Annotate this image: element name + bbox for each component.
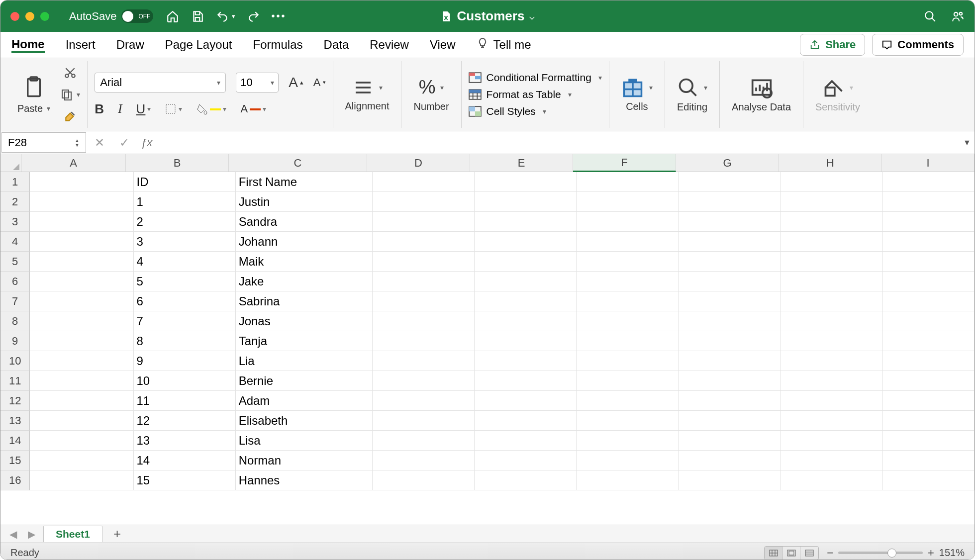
cell-I9[interactable] — [883, 331, 975, 351]
analyse-data-button[interactable]: Analyse Data — [727, 75, 796, 114]
cell-G13[interactable] — [679, 411, 780, 431]
column-header-H[interactable]: H — [779, 154, 882, 172]
cell-E8[interactable] — [475, 311, 577, 331]
row-header[interactable]: 6 — [0, 272, 30, 291]
underline-button[interactable]: U▾ — [136, 101, 151, 117]
cell-D8[interactable] — [373, 311, 475, 331]
cell-I5[interactable] — [883, 252, 975, 272]
cells-button[interactable]: ▾ Cells — [616, 75, 658, 114]
cell-G12[interactable] — [679, 391, 780, 411]
cell-C9[interactable]: Tanja — [236, 331, 373, 351]
cell-B14[interactable]: 13 — [134, 431, 236, 451]
row-header[interactable]: 2 — [0, 192, 30, 212]
chevron-down-icon[interactable]: ⌵ — [529, 11, 535, 22]
cell-E7[interactable] — [475, 291, 577, 311]
cell-E13[interactable] — [475, 411, 577, 431]
tab-home[interactable]: Home — [11, 36, 45, 53]
expand-formula-bar-icon[interactable]: ▼ — [960, 131, 975, 154]
cell-F15[interactable] — [577, 451, 679, 470]
alignment-button[interactable]: ▾ Alignment — [340, 76, 394, 114]
cell-D7[interactable] — [373, 291, 475, 311]
cell-I2[interactable] — [883, 192, 975, 212]
cut-icon[interactable] — [60, 64, 80, 81]
row-header[interactable]: 13 — [0, 411, 30, 431]
decrease-font-icon[interactable]: A▾ — [313, 76, 326, 89]
cell-A10[interactable] — [30, 351, 133, 371]
row-header[interactable]: 3 — [0, 212, 30, 232]
cell-B6[interactable]: 5 — [134, 272, 236, 291]
cell-B12[interactable]: 11 — [134, 391, 236, 411]
cell-D5[interactable] — [373, 252, 475, 272]
cell-F4[interactable] — [577, 232, 679, 252]
cell-B3[interactable]: 2 — [134, 212, 236, 232]
column-header-B[interactable]: B — [126, 154, 229, 172]
cell-G7[interactable] — [679, 291, 780, 311]
cell-F2[interactable] — [577, 192, 679, 212]
increase-font-icon[interactable]: A▴ — [289, 75, 303, 91]
cell-D9[interactable] — [373, 331, 475, 351]
cell-G5[interactable] — [679, 252, 780, 272]
cell-B10[interactable]: 9 — [134, 351, 236, 371]
cell-F6[interactable] — [577, 272, 679, 291]
cell-H15[interactable] — [781, 451, 883, 470]
cell-G4[interactable] — [679, 232, 780, 252]
zoom-level[interactable]: 151% — [939, 547, 965, 559]
normal-view-icon[interactable] — [765, 547, 782, 560]
row-header[interactable]: 16 — [0, 470, 30, 490]
row-header[interactable]: 8 — [0, 311, 30, 331]
cell-H8[interactable] — [781, 311, 883, 331]
cell-I4[interactable] — [883, 232, 975, 252]
redo-icon[interactable] — [247, 10, 260, 23]
row-header[interactable]: 11 — [0, 371, 30, 391]
undo-chevron[interactable]: ▾ — [232, 12, 235, 20]
cell-F9[interactable] — [577, 331, 679, 351]
cell-I16[interactable] — [883, 470, 975, 490]
cell-E6[interactable] — [475, 272, 577, 291]
cell-A16[interactable] — [30, 470, 133, 490]
format-as-table-button[interactable]: Format as Table▾ — [469, 89, 602, 100]
paste-button[interactable]: Paste▾ — [12, 73, 55, 116]
cell-D6[interactable] — [373, 272, 475, 291]
comments-button[interactable]: Comments — [872, 34, 964, 56]
column-header-E[interactable]: E — [470, 154, 573, 172]
sensitivity-button[interactable]: ▾ Sensitivity — [810, 75, 865, 115]
page-layout-view-icon[interactable] — [782, 547, 800, 560]
cell-D13[interactable] — [373, 411, 475, 431]
cell-H5[interactable] — [781, 252, 883, 272]
cell-G11[interactable] — [679, 371, 780, 391]
cell-D4[interactable] — [373, 232, 475, 252]
toggle-switch[interactable]: OFF — [121, 9, 153, 23]
cell-D16[interactable] — [373, 470, 475, 490]
cell-E10[interactable] — [475, 351, 577, 371]
cell-C16[interactable]: Hannes — [236, 470, 373, 490]
row-header[interactable]: 15 — [0, 451, 30, 470]
cell-A11[interactable] — [30, 371, 133, 391]
cell-G3[interactable] — [679, 212, 780, 232]
cell-C2[interactable]: Justin — [236, 192, 373, 212]
cell-I3[interactable] — [883, 212, 975, 232]
cell-D11[interactable] — [373, 371, 475, 391]
cell-I8[interactable] — [883, 311, 975, 331]
more-icon[interactable]: ••• — [272, 10, 285, 23]
cell-B7[interactable]: 6 — [134, 291, 236, 311]
cell-A3[interactable] — [30, 212, 133, 232]
cell-B2[interactable]: 1 — [134, 192, 236, 212]
tab-review[interactable]: Review — [370, 37, 409, 53]
cell-F14[interactable] — [577, 431, 679, 451]
cell-C13[interactable]: Elisabeth — [236, 411, 373, 431]
fill-color-button[interactable]: ▾ — [196, 103, 226, 115]
row-header[interactable]: 4 — [0, 232, 30, 252]
cell-F8[interactable] — [577, 311, 679, 331]
cell-E2[interactable] — [475, 192, 577, 212]
cell-B16[interactable]: 15 — [134, 470, 236, 490]
cell-A15[interactable] — [30, 451, 133, 470]
cell-I15[interactable] — [883, 451, 975, 470]
column-header-D[interactable]: D — [367, 154, 470, 172]
cell-B11[interactable]: 10 — [134, 371, 236, 391]
formula-input[interactable] — [156, 131, 960, 154]
cell-A12[interactable] — [30, 391, 133, 411]
borders-button[interactable]: ▾ — [165, 103, 182, 115]
cell-G14[interactable] — [679, 431, 780, 451]
tab-formulas[interactable]: Formulas — [253, 37, 303, 53]
name-box-spinner[interactable]: ▲▼ — [75, 138, 80, 147]
